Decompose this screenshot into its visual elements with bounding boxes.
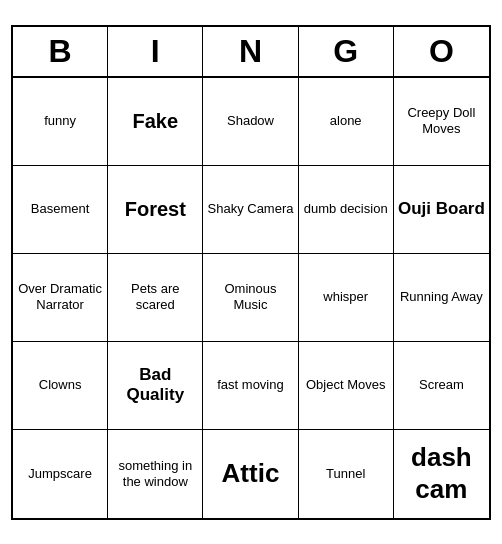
bingo-cell-20: Jumpscare [13,430,108,518]
bingo-cell-14: Running Away [394,254,489,342]
bingo-cell-15: Clowns [13,342,108,430]
bingo-cell-16: Bad Quality [108,342,203,430]
bingo-cell-9: Ouji Board [394,166,489,254]
bingo-cell-12: Ominous Music [203,254,298,342]
bingo-cell-2: Shadow [203,78,298,166]
bingo-cell-22: Attic [203,430,298,518]
bingo-letter-i: I [108,27,203,76]
bingo-letter-n: N [203,27,298,76]
bingo-cell-18: Object Moves [299,342,394,430]
bingo-letter-o: O [394,27,489,76]
bingo-cell-13: whisper [299,254,394,342]
bingo-letter-b: B [13,27,108,76]
bingo-grid: funnyFakeShadowaloneCreepy Doll MovesBas… [13,78,489,518]
bingo-cell-10: Over Dramatic Narrator [13,254,108,342]
bingo-cell-3: alone [299,78,394,166]
bingo-cell-5: Basement [13,166,108,254]
bingo-cell-21: something in the window [108,430,203,518]
bingo-cell-8: dumb decision [299,166,394,254]
bingo-header: BINGO [13,27,489,78]
bingo-cell-1: Fake [108,78,203,166]
bingo-cell-6: Forest [108,166,203,254]
bingo-cell-23: Tunnel [299,430,394,518]
bingo-cell-17: fast moving [203,342,298,430]
bingo-cell-11: Pets are scared [108,254,203,342]
bingo-cell-24: dash cam [394,430,489,518]
bingo-card: BINGO funnyFakeShadowaloneCreepy Doll Mo… [11,25,491,520]
bingo-cell-0: funny [13,78,108,166]
bingo-cell-19: Scream [394,342,489,430]
bingo-cell-4: Creepy Doll Moves [394,78,489,166]
bingo-letter-g: G [299,27,394,76]
bingo-cell-7: Shaky Camera [203,166,298,254]
